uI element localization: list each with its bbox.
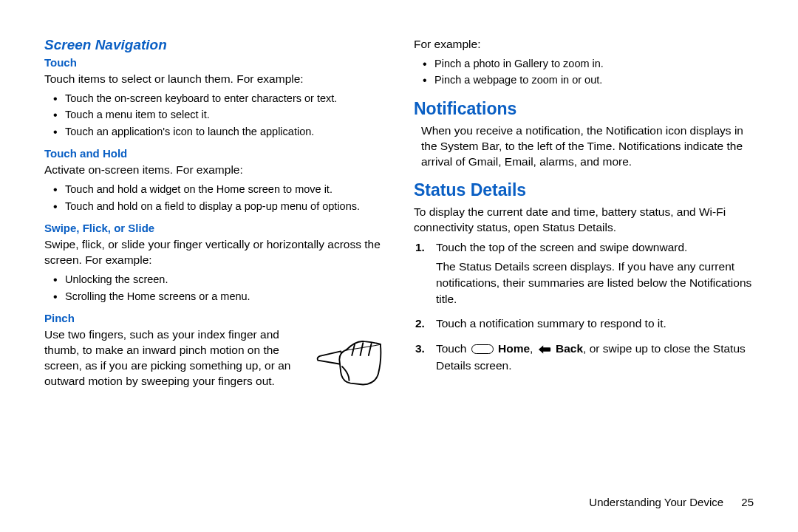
page-number: 25 <box>741 496 754 508</box>
list-item: Scrolling the Home screens or a menu. <box>58 288 384 304</box>
step-sub-text: The Status Details screen displays. If y… <box>436 259 754 307</box>
heading-notifications: Notifications <box>414 99 754 119</box>
sub-heading-pinch: Pinch <box>44 312 384 324</box>
home-button-icon <box>471 344 494 354</box>
sub-heading-swipe: Swipe, Flick, or Slide <box>44 222 384 234</box>
step-text: Touch the top of the screen and swipe do… <box>436 241 687 253</box>
step-text: Touch a notification summary to respond … <box>436 317 666 330</box>
step-number: 3. <box>415 341 425 357</box>
heading-status-details: Status Details <box>414 180 754 200</box>
page-content: Screen Navigation Touch Touch items to s… <box>0 0 798 420</box>
back-label: Back <box>556 342 583 355</box>
list-item: Pinch a webpage to zoom in or out. <box>427 72 754 88</box>
pinch-example-bullets: Pinch a photo in Gallery to zoom in. Pin… <box>414 55 754 89</box>
swipe-bullets: Unlocking the screen. Scrolling the Home… <box>44 271 384 304</box>
list-item: Unlocking the screen. <box>58 271 384 287</box>
section-heading-screen-navigation: Screen Navigation <box>44 37 384 53</box>
back-button-icon <box>538 341 551 358</box>
list-item: Pinch a photo in Gallery to zoom in. <box>427 55 754 72</box>
for-example-label: For example: <box>414 37 754 52</box>
step-2: 2. Touch a notification summary to respo… <box>436 316 754 332</box>
step-3: 3. Touch Home, Back, or swipe up to clos… <box>436 341 754 373</box>
swipe-intro: Swipe, flick, or slide your finger verti… <box>44 237 384 268</box>
step-text-pre: Touch <box>436 342 470 355</box>
pinch-block: Use two fingers, such as your index fing… <box>44 327 384 391</box>
touch-hold-intro: Activate on-screen items. For example: <box>44 163 384 178</box>
touch-hold-bullets: Touch and hold a widget on the Home scre… <box>44 181 384 214</box>
list-item: Touch and hold on a field to display a p… <box>58 198 384 214</box>
separator: , <box>530 342 536 355</box>
list-item: Touch a menu item to select it. <box>58 106 384 123</box>
touch-bullets: Touch the on-screen keyboard to enter ch… <box>44 90 384 140</box>
step-number: 1. <box>415 239 425 256</box>
list-item: Touch the on-screen keyboard to enter ch… <box>58 90 384 106</box>
list-item: Touch and hold a widget on the Home scre… <box>58 181 384 197</box>
page-footer: Understanding Your Device 25 <box>589 496 754 508</box>
status-steps: 1. Touch the top of the screen and swipe… <box>414 239 754 373</box>
list-item: Touch an application's icon to launch th… <box>58 123 384 140</box>
pinch-text: Use two fingers, such as your index fing… <box>44 327 307 389</box>
step-1: 1. Touch the top of the screen and swipe… <box>436 239 754 307</box>
sub-heading-touch: Touch <box>44 56 384 69</box>
notifications-text: When you receive a notification, the Not… <box>414 123 754 170</box>
home-label: Home <box>498 342 530 355</box>
left-column: Screen Navigation Touch Touch items to s… <box>44 37 384 391</box>
right-column: For example: Pinch a photo in Gallery to… <box>414 37 754 391</box>
pinch-hand-icon <box>314 332 384 391</box>
chapter-title: Understanding Your Device <box>589 496 723 508</box>
touch-intro: Touch items to select or launch them. Fo… <box>44 72 384 87</box>
sub-heading-touch-hold: Touch and Hold <box>44 147 384 160</box>
status-intro: To display the current date and time, ba… <box>414 205 754 236</box>
step-number: 2. <box>415 316 425 332</box>
